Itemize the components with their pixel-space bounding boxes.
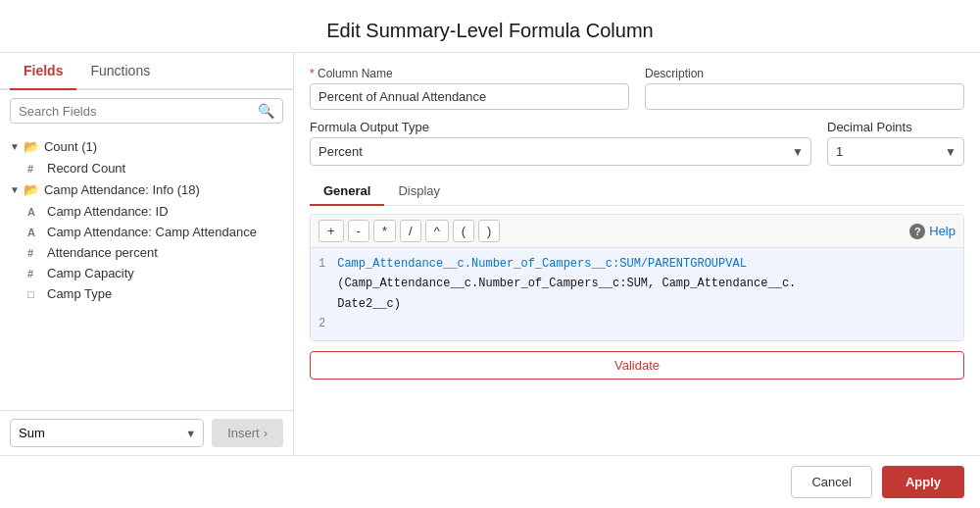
formula-btn-close-paren[interactable]: ) [478, 220, 500, 242]
formula-btn-divide[interactable]: / [400, 220, 421, 242]
left-panel: Fields Functions 🔍 ▼ 📂 Count (1) # Recor… [0, 53, 294, 455]
tab-functions[interactable]: Functions [76, 53, 164, 90]
formula-btn-plus[interactable]: + [318, 220, 344, 242]
search-input[interactable] [19, 104, 258, 119]
modal: Edit Summary-Level Formula Column Fields… [0, 0, 980, 508]
formula-toolbar: + - * / ^ ( ) ? Help [311, 215, 963, 248]
folder-camp-icon: 📂 [24, 182, 39, 197]
list-item[interactable]: # Camp Capacity [0, 263, 293, 283]
folder-count-icon: 📂 [24, 139, 39, 154]
field-type-a: A [27, 206, 41, 218]
field-attendance-percent: Attendance percent [47, 245, 158, 260]
modal-footer: Cancel Apply [0, 455, 980, 508]
description-input[interactable] [645, 83, 964, 110]
group-camp[interactable]: ▼ 📂 Camp Attendance: Info (18) [0, 178, 293, 201]
required-star: * [310, 67, 315, 80]
formula-output-group: Formula Output Type Percent Number Curre… [310, 120, 811, 166]
field-type-a2: A [27, 227, 41, 238]
description-group: Description [645, 67, 964, 110]
tabs-container: Fields Functions [0, 53, 293, 90]
left-footer: Sum Count Average Min Max ▼ Insert › [0, 410, 293, 455]
formula-editor: + - * / ^ ( ) ? Help 1 [310, 214, 964, 341]
formula-body[interactable]: 1 2 Camp_Attendance__c.Number_of_Campers… [311, 248, 963, 340]
list-item[interactable]: A Camp Attendance: Camp Attendance [0, 222, 293, 242]
tab-fields[interactable]: Fields [10, 53, 76, 90]
column-name-group: * Column Name [310, 67, 629, 110]
group-count[interactable]: ▼ 📂 Count (1) [0, 135, 293, 158]
aggregate-select[interactable]: Sum Count Average Min Max [10, 419, 204, 447]
formula-btn-multiply[interactable]: * [373, 220, 396, 242]
insert-button[interactable]: Insert › [212, 419, 283, 447]
list-item[interactable]: # Attendance percent [0, 242, 293, 263]
field-camp-id: Camp Attendance: ID [47, 204, 169, 219]
group-count-label: Count (1) [44, 139, 97, 154]
field-camp-type: Camp Type [47, 286, 112, 301]
formula-btn-open-paren[interactable]: ( [453, 220, 474, 242]
column-name-label: * Column Name [310, 67, 629, 80]
right-panel: * Column Name Description Formula Output… [294, 53, 980, 455]
group-camp-label: Camp Attendance: Info (18) [44, 182, 200, 197]
apply-button[interactable]: Apply [882, 466, 964, 498]
tab-general[interactable]: General [310, 178, 384, 206]
field-record-count: Record Count [47, 161, 125, 176]
form-row-1: * Column Name Description [310, 67, 964, 110]
list-item[interactable]: A Camp Attendance: ID [0, 201, 293, 222]
aggregate-select-wrap: Sum Count Average Min Max ▼ [10, 419, 204, 447]
list-item[interactable]: # Record Count [0, 158, 293, 178]
help-link[interactable]: ? Help [909, 224, 956, 239]
formula-btn-caret[interactable]: ^ [425, 220, 449, 242]
decimal-points-label: Decimal Points [827, 120, 964, 134]
chevron-camp-icon: ▼ [10, 184, 20, 195]
validate-button[interactable]: Validate [310, 351, 964, 380]
column-name-input[interactable] [310, 83, 629, 110]
tab-display[interactable]: Display [384, 178, 454, 206]
field-type-hash: # [27, 163, 41, 175]
formula-highlight: Camp_Attendance__c.Number_of_Campers__c:… [337, 257, 747, 271]
decimal-points-group: Decimal Points 0 1 2 3 4 ▼ [827, 120, 964, 166]
field-camp-capacity: Camp Capacity [47, 266, 134, 280]
search-icon: 🔍 [258, 103, 274, 119]
decimal-select-wrap: 0 1 2 3 4 ▼ [827, 137, 964, 166]
help-label: Help [929, 224, 956, 238]
formula-output-label: Formula Output Type [310, 120, 811, 134]
description-label: Description [645, 67, 964, 80]
field-type-box: □ [27, 288, 41, 300]
modal-body: Fields Functions 🔍 ▼ 📂 Count (1) # Recor… [0, 53, 980, 455]
inner-tabs: General Display [310, 178, 964, 206]
form-row-2: Formula Output Type Percent Number Curre… [310, 120, 964, 166]
formula-code[interactable]: Camp_Attendance__c.Number_of_Campers__c:… [337, 254, 956, 334]
line-numbers: 1 2 [318, 254, 325, 334]
field-camp-attendance: Camp Attendance: Camp Attendance [47, 225, 257, 239]
cancel-button[interactable]: Cancel [791, 466, 871, 498]
list-item[interactable]: □ Camp Type [0, 283, 293, 304]
field-type-hash3: # [27, 268, 41, 279]
formula-output-select[interactable]: Percent Number Currency Text [310, 137, 811, 166]
insert-label: Insert [227, 426, 260, 440]
help-circle-icon: ? [909, 224, 925, 239]
chevron-count-icon: ▼ [10, 141, 20, 152]
formula-output-select-wrap: Percent Number Currency Text ▼ [310, 137, 811, 166]
search-box: 🔍 [10, 98, 283, 124]
fields-list: ▼ 📂 Count (1) # Record Count ▼ 📂 Camp At… [0, 131, 293, 410]
modal-title: Edit Summary-Level Formula Column [0, 0, 980, 53]
decimal-select[interactable]: 0 1 2 3 4 [827, 137, 964, 166]
field-type-hash2: # [27, 247, 41, 259]
formula-btn-minus[interactable]: - [348, 220, 369, 242]
insert-arrow-icon: › [264, 426, 268, 440]
